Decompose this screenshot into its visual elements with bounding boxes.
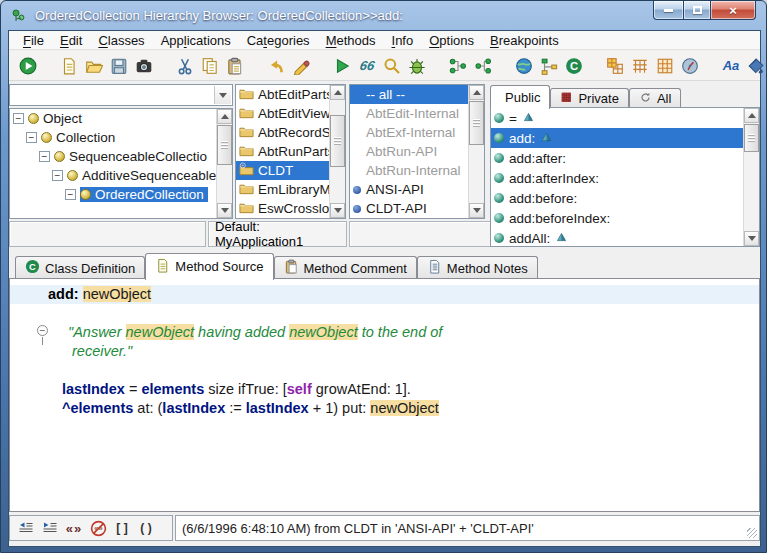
grid-full-icon[interactable] [654,55,676,77]
outdent-icon[interactable] [14,517,38,539]
category-item[interactable]: AbtRun-API [350,142,484,161]
tab-all[interactable]: All [629,88,681,109]
category-item[interactable]: CLDT-API [350,199,484,218]
tab-class-definition[interactable]: CClass Definition [15,256,145,280]
scroll-thumb[interactable] [744,124,759,152]
tree-expander-icon[interactable]: − [13,113,24,124]
insert-parens-icon[interactable]: ( ) [134,517,158,539]
scroll-down-button[interactable] [744,231,759,246]
method-item[interactable]: addAll: [491,228,759,247]
menu-breakpoints[interactable]: Breakpoints [482,32,567,49]
titlebar[interactable]: OrderedCollection Hierarchy Browser: Ord… [1,1,766,30]
minimize-button[interactable] [653,1,683,20]
overridden-flag-icon [556,231,567,246]
tree-expander-icon[interactable]: − [65,189,76,200]
method-item[interactable]: add: [491,128,759,148]
method-source-editor[interactable]: add: newObject "Answer newObject having … [9,278,760,512]
tree-expander-icon[interactable]: − [52,170,63,181]
menu-methods[interactable]: Methods [318,32,384,49]
tree-item[interactable]: −AdditiveSequenceable [10,166,232,185]
fold-marker[interactable]: − [37,325,48,336]
category-item[interactable]: AbtRun-Internal [350,161,484,180]
tree-item[interactable]: −OrderedCollection [10,185,232,204]
method-item[interactable]: add:beforeIndex: [491,208,759,228]
indent-icon[interactable] [38,517,62,539]
class-tree-scrollbar[interactable] [216,109,232,218]
tree-expander-icon[interactable]: − [39,151,50,162]
tree-item[interactable]: −Collection [10,128,232,147]
copy-icon[interactable] [199,55,221,77]
highlight-pen-icon[interactable] [290,55,312,77]
tab-private[interactable]: Private [550,88,628,109]
combo-dropdown-button[interactable] [214,86,231,104]
scroll-up-button[interactable] [330,85,345,100]
undo-icon[interactable] [265,55,287,77]
close-button[interactable]: × [711,1,756,20]
browse-glasses-icon[interactable]: 66 [356,55,378,77]
cut-icon[interactable] [174,55,196,77]
tab-method-comment[interactable]: Method Comment [274,256,417,280]
resize-grip[interactable] [747,528,757,538]
menu-file[interactable]: File [15,32,52,49]
collapse-hierarchy-icon[interactable] [447,55,469,77]
class-browser-icon[interactable]: C [563,55,585,77]
run-workspace-icon[interactable] [17,55,39,77]
tab-method-source[interactable]: Method Source [145,253,273,280]
menu-info[interactable]: Info [384,32,422,49]
tree-item-label-wrap: AdditiveSequenceable [67,168,216,183]
debug-bug-icon[interactable] [406,55,428,77]
tree-hierarchy-icon[interactable] [538,55,560,77]
insert-quotes-icon[interactable]: «» [62,517,86,539]
tree-item[interactable]: −SequenceableCollectio [10,147,232,166]
globe-icon[interactable] [513,55,535,77]
category-item[interactable]: ANSI-API [350,180,484,199]
grid-add-icon[interactable] [604,55,626,77]
tree-item[interactable]: −Object [10,109,232,128]
category-item[interactable]: AbtEdit-Internal [350,104,484,123]
paste-icon[interactable] [224,55,246,77]
applications-scrollbar[interactable] [329,85,345,218]
method-item[interactable]: add:afterIndex: [491,168,759,188]
scroll-down-button[interactable] [330,203,345,218]
scroll-up-button[interactable] [744,108,759,123]
fill-color-icon[interactable] [745,55,767,77]
run-play-icon[interactable] [331,55,353,77]
open-file-icon[interactable] [83,55,105,77]
tab-public[interactable]: Public [490,85,550,109]
new-document-icon[interactable] [58,55,80,77]
method-item[interactable]: = [491,108,759,128]
font-Aa-icon[interactable]: Aa [720,55,742,77]
search-icon[interactable] [381,55,403,77]
scroll-up-button[interactable] [469,85,484,100]
default-application-label-box: Default: MyApplication1 [208,221,347,247]
grid-columns-icon[interactable] [629,55,651,77]
class-filter-combo[interactable] [9,84,233,106]
menu-edit[interactable]: Edit [52,32,90,49]
scroll-thumb[interactable] [217,125,232,165]
scroll-up-button[interactable] [217,109,232,124]
remove-quotes-icon[interactable]: «» [86,517,110,539]
category-item[interactable]: -- all -- [350,85,484,104]
methods-scrollbar[interactable] [743,108,759,246]
scroll-down-button[interactable] [217,203,232,218]
insert-brackets-icon[interactable]: [ ] [110,517,134,539]
method-item[interactable]: add:before: [491,188,759,208]
category-item[interactable]: AbtExf-Internal [350,123,484,142]
scroll-thumb[interactable] [330,115,345,167]
tab-method-notes[interactable]: Method Notes [417,256,538,280]
categories-scrollbar[interactable] [468,85,484,218]
maximize-button[interactable] [683,1,711,20]
scroll-thumb[interactable] [469,101,484,145]
screenshot-camera-icon[interactable] [133,55,155,77]
compass-icon[interactable] [679,55,701,77]
menu-applications[interactable]: Applications [153,32,239,49]
expand-hierarchy-icon[interactable] [472,55,494,77]
save-icon[interactable] [108,55,130,77]
method-item[interactable]: add:after: [491,148,759,168]
scroll-down-button[interactable] [469,203,484,218]
class-visibility-group [9,221,206,247]
menu-classes[interactable]: Classes [90,32,152,49]
menu-categories[interactable]: Categories [239,32,318,49]
tree-expander-icon[interactable]: − [26,132,37,143]
menu-options[interactable]: Options [421,32,482,49]
